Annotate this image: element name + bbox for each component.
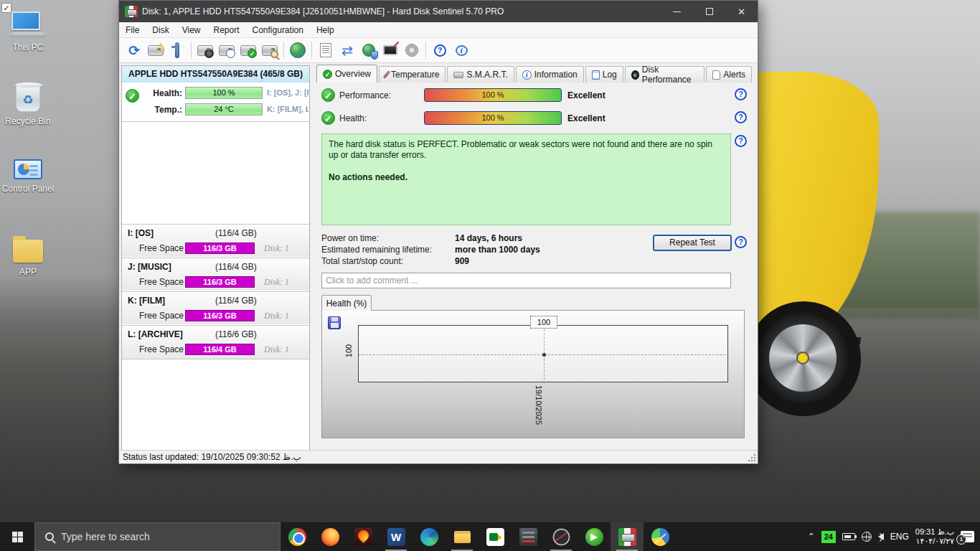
health-ok-icon: ✓ bbox=[321, 111, 335, 125]
taskbar-app-photo-viewer[interactable] bbox=[644, 522, 677, 551]
file-explorer-icon bbox=[453, 528, 471, 546]
health-help-icon[interactable]: ? bbox=[735, 111, 747, 123]
taskbar-app-firefox[interactable] bbox=[314, 522, 347, 551]
idm-icon bbox=[585, 528, 603, 546]
selection-checkbox[interactable]: ✓ bbox=[1, 3, 11, 13]
disk-list-panel: APPLE HDD HTS547550A9E384 (465/8 GB) ✓ H… bbox=[121, 65, 310, 451]
tab-bar: ✓Overview Temperature S.M.A.R.T. iInform… bbox=[316, 65, 753, 83]
sync-icon[interactable]: ⇄ bbox=[336, 40, 358, 60]
taskbar-app-hard-disk-sentinel[interactable] bbox=[611, 522, 644, 551]
menu-report[interactable]: Report bbox=[207, 22, 245, 38]
performance-ok-icon: ✓ bbox=[321, 88, 335, 102]
menu-view[interactable]: View bbox=[176, 22, 207, 38]
battery-icon[interactable] bbox=[842, 533, 855, 540]
tab-temperature[interactable]: Temperature bbox=[379, 66, 446, 83]
search-input[interactable] bbox=[61, 531, 255, 542]
resize-grip[interactable] bbox=[747, 453, 757, 463]
status-help-icon[interactable]: ? bbox=[735, 135, 747, 147]
partition-row[interactable]: L: [ARCHIVE] (116/6 GB) Free Space 116/4… bbox=[122, 325, 309, 359]
tab-label: Alerts bbox=[723, 70, 745, 80]
close-button[interactable]: ✕ bbox=[725, 1, 758, 22]
refresh-icon[interactable]: ⟳ bbox=[123, 40, 145, 60]
tab-smart[interactable]: S.M.A.R.T. bbox=[447, 66, 514, 83]
start-stop-count-label: Total start/stop count: bbox=[321, 256, 403, 266]
disk-surface-scan-icon[interactable] bbox=[259, 40, 281, 60]
repeat-test-help-icon[interactable]: ? bbox=[735, 236, 747, 248]
tab-overview[interactable]: ✓Overview bbox=[316, 65, 377, 83]
repeat-test-button[interactable]: Repeat Test bbox=[653, 235, 732, 251]
disk-gauge-test-icon[interactable] bbox=[194, 40, 216, 60]
desktop-icon-recycle-bin[interactable]: ♻ Recycle Bin bbox=[0, 85, 56, 126]
overview-check-icon: ✓ bbox=[323, 70, 332, 79]
partition-size: (116/4 GB) bbox=[215, 228, 257, 238]
partition-size: (116/6 GB) bbox=[215, 329, 257, 339]
titlebar[interactable]: Disk: 1, APPLE HDD HTS547550A9E384 [J261… bbox=[119, 1, 758, 22]
disk-extended-test-icon[interactable]: ✓ bbox=[237, 40, 259, 60]
hdsentinel-temp-badge[interactable]: 24 bbox=[821, 531, 836, 543]
taskbar-app-edge[interactable] bbox=[413, 522, 446, 551]
network-disks-icon[interactable] bbox=[287, 40, 308, 60]
network-icon[interactable] bbox=[862, 532, 872, 542]
tab-disk-performance[interactable]: Disk Performance bbox=[625, 66, 705, 83]
netcut-icon bbox=[552, 528, 570, 546]
taskbar-app-chrome[interactable] bbox=[281, 522, 314, 551]
disk-short-test-icon[interactable] bbox=[216, 40, 237, 60]
disk-info-icon[interactable] bbox=[166, 40, 188, 60]
taskbar-search[interactable] bbox=[34, 522, 281, 551]
taskbar-app-meet[interactable] bbox=[479, 522, 512, 551]
free-space-bar: 116/4 GB bbox=[185, 344, 255, 355]
alerts-page-icon bbox=[712, 70, 720, 80]
tab-log[interactable]: Log bbox=[585, 66, 623, 83]
partition-row[interactable]: K: [FILM] (116/4 GB) Free Space 116/3 GB… bbox=[122, 291, 309, 324]
minimize-button[interactable] bbox=[661, 1, 693, 22]
menu-configuration[interactable]: Configuration bbox=[246, 22, 310, 38]
disk-number: Disk: 1 bbox=[264, 277, 289, 288]
partition-row[interactable]: I: [OS] (116/4 GB) Free Space 116/3 GB D… bbox=[122, 224, 309, 257]
toolbar-separator bbox=[425, 42, 426, 59]
taskbar-app-netcut[interactable] bbox=[545, 522, 578, 551]
action-center-icon[interactable] bbox=[961, 531, 974, 542]
report-icon[interactable] bbox=[315, 40, 336, 60]
taskbar-app-idm[interactable] bbox=[578, 522, 611, 551]
windows-logo-icon bbox=[12, 532, 23, 542]
menu-disk[interactable]: Disk bbox=[146, 22, 175, 38]
settings-icon[interactable] bbox=[380, 40, 401, 60]
tab-information[interactable]: iInformation bbox=[516, 66, 584, 83]
health-chart-tab[interactable]: Health (%) bbox=[321, 295, 372, 311]
sounds-icon[interactable] bbox=[401, 40, 423, 60]
taskbar-app-file-explorer[interactable] bbox=[446, 522, 479, 551]
start-stop-count-value: 909 bbox=[455, 256, 469, 266]
desktop-icon-this-pc[interactable]: ✓ This PC bbox=[0, 11, 56, 52]
status-bar: Status last updated: 19/10/2025 09:30:52… bbox=[119, 450, 758, 463]
save-chart-icon[interactable] bbox=[328, 316, 341, 329]
performance-help-icon[interactable]: ? bbox=[735, 88, 747, 100]
desktop-icon-control-panel[interactable]: Control Panel bbox=[0, 159, 56, 194]
folder-icon bbox=[13, 235, 43, 263]
partition-row[interactable]: J: [MUSIC] (116/4 GB) Free Space 116/3 G… bbox=[122, 258, 309, 291]
free-space-label: Free Space bbox=[139, 277, 184, 287]
app-icon bbox=[125, 6, 138, 17]
menu-file[interactable]: File bbox=[119, 22, 146, 38]
tab-alerts[interactable]: Alerts bbox=[706, 66, 752, 83]
maximize-button[interactable] bbox=[693, 1, 725, 22]
comment-input[interactable] bbox=[321, 273, 731, 288]
disk-warning-icon[interactable]: ⚠ bbox=[145, 40, 166, 60]
partition-name: J: [MUSIC] bbox=[128, 262, 171, 272]
start-button[interactable] bbox=[0, 522, 34, 551]
taskbar-app-word[interactable]: W bbox=[380, 522, 413, 551]
desktop-icon-app-folder[interactable]: APP bbox=[0, 235, 56, 277]
tray-expand-chevron-icon[interactable]: ⌃ bbox=[808, 532, 815, 542]
volume-icon[interactable] bbox=[878, 533, 884, 540]
taskbar-app-game[interactable] bbox=[347, 522, 380, 551]
taskbar-clock[interactable]: 09:31 ب.ظ ۱۴۰۴/۰۷/۲۷ bbox=[915, 527, 954, 546]
about-info-icon[interactable]: i bbox=[451, 40, 472, 60]
language-indicator[interactable]: ENG bbox=[890, 532, 909, 542]
thermometer-icon bbox=[383, 70, 391, 79]
meet-icon bbox=[486, 528, 504, 546]
taskbar-app-server[interactable] bbox=[512, 522, 545, 551]
web-status-icon[interactable] bbox=[358, 40, 380, 60]
help-icon[interactable]: ? bbox=[429, 40, 451, 60]
menu-help[interactable]: Help bbox=[310, 22, 341, 38]
disk-summary-card[interactable]: APPLE HDD HTS547550A9E384 (465/8 GB) ✓ H… bbox=[122, 66, 309, 122]
tab-label: Temperature bbox=[391, 70, 439, 80]
